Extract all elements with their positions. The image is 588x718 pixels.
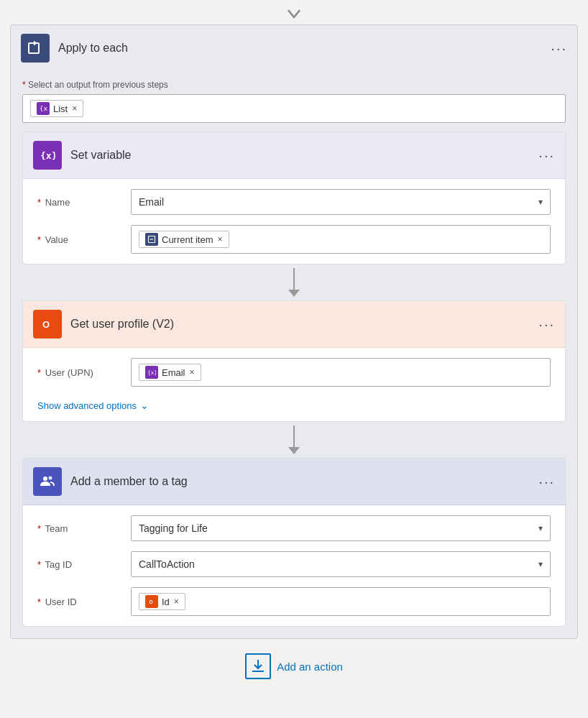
add-action-section: Add an action (245, 653, 343, 679)
arrow-2 (22, 422, 566, 458)
team-dropdown-arrow: ▾ (538, 523, 543, 533)
tag-id-label: * Tag ID (37, 559, 131, 570)
email-chip-close[interactable]: × (190, 367, 195, 377)
flow-container: Apply to each ··· * Select an output fro… (10, 7, 578, 679)
set-variable-card: {x} Set variable ··· * Name Email ▾ (22, 132, 566, 264)
tag-id-row: * Tag ID CallToAction ▾ (37, 551, 551, 577)
user-upn-input[interactable]: {x} Email × (131, 358, 551, 387)
top-chevron-icon (285, 7, 303, 20)
svg-text:O: O (150, 599, 153, 604)
svg-text:{x}: {x} (40, 150, 55, 161)
name-row: * Name Email ▾ (37, 189, 551, 215)
id-chip-icon: O (145, 595, 158, 608)
add-member-title: Add a member to a tag (70, 475, 538, 488)
get-user-profile-header: O Get user profile (V2) ··· (23, 301, 565, 348)
apply-to-each-icon (21, 34, 50, 63)
select-output-label: * Select an output from previous steps (22, 80, 566, 90)
name-input[interactable]: Email ▾ (131, 189, 551, 215)
add-action-icon (245, 653, 271, 679)
arrow-1 (22, 264, 566, 300)
team-input[interactable]: Tagging for Life ▾ (131, 515, 551, 541)
team-row: * Team Tagging for Life ▾ (37, 515, 551, 541)
value-input[interactable]: Current item × (131, 225, 551, 254)
set-variable-menu[interactable]: ··· (538, 147, 555, 164)
apply-to-each-menu[interactable]: ··· (551, 40, 567, 57)
add-action-label: Add an action (277, 661, 343, 673)
user-upn-label: * User (UPN) (37, 367, 131, 378)
set-variable-title: Set variable (70, 149, 538, 162)
add-member-card: Add a member to a tag ··· * Team Tagging… (22, 458, 566, 627)
teams-icon (33, 467, 62, 496)
svg-point-9 (49, 477, 52, 480)
current-item-chip-close[interactable]: × (218, 234, 223, 244)
apply-to-each-body: * Select an output from previous steps {… (11, 71, 577, 132)
list-chip: {x} List × (30, 100, 83, 117)
name-dropdown-arrow: ▾ (538, 197, 543, 207)
svg-text:{x}: {x} (147, 369, 156, 376)
tag-id-dropdown-arrow: ▾ (538, 559, 543, 569)
set-variable-icon: {x} (33, 141, 62, 170)
svg-text:{x}: {x} (40, 104, 47, 112)
apply-to-each-header: Apply to each ··· (11, 25, 577, 71)
get-user-profile-title: Get user profile (V2) (70, 318, 538, 331)
chevron-down-icon: ⌄ (140, 400, 149, 411)
current-item-chip: Current item × (139, 231, 229, 248)
user-id-input[interactable]: O Id × (131, 587, 551, 616)
user-id-label: * User ID (37, 597, 131, 607)
add-member-body: * Team Tagging for Life ▾ * Tag ID (23, 505, 565, 626)
current-item-chip-icon (145, 233, 158, 246)
value-row: * Value Current item (37, 225, 551, 254)
svg-text:O: O (42, 319, 50, 330)
value-label: * Value (37, 234, 131, 245)
add-member-menu[interactable]: ··· (538, 474, 555, 490)
list-chip-close[interactable]: × (72, 103, 77, 114)
get-user-profile-menu[interactable]: ··· (538, 316, 555, 333)
add-action-button[interactable]: Add an action (245, 653, 343, 679)
user-upn-row: * User (UPN) {x} Email × (37, 358, 551, 387)
office-icon: O (33, 310, 62, 339)
show-advanced-options[interactable]: Show advanced options ⌄ (37, 397, 551, 411)
set-variable-body: * Name Email ▾ * Value (23, 179, 565, 264)
user-id-row: * User ID O Id (37, 587, 551, 616)
email-chip-icon: {x} (145, 366, 158, 379)
select-output-input[interactable]: {x} List × (22, 94, 566, 123)
name-label: * Name (37, 197, 131, 208)
tag-id-input[interactable]: CallToAction ▾ (131, 551, 551, 577)
list-chip-icon: {x} (37, 102, 50, 115)
add-member-header: Add a member to a tag ··· (23, 459, 565, 505)
get-user-profile-card: O Get user profile (V2) ··· * User (UPN) (22, 300, 566, 422)
get-user-profile-body: * User (UPN) {x} Email × (23, 348, 565, 421)
team-label: * Team (37, 523, 131, 534)
email-chip: {x} Email × (139, 364, 201, 381)
id-chip: O Id × (139, 593, 185, 610)
apply-to-each-title: Apply to each (58, 42, 551, 55)
apply-to-each-card: Apply to each ··· * Select an output fro… (10, 24, 578, 639)
set-variable-wrapper: {x} Set variable ··· * Name Email ▾ (22, 132, 566, 627)
id-chip-close[interactable]: × (174, 597, 179, 607)
svg-point-8 (43, 477, 47, 481)
set-variable-header: {x} Set variable ··· (23, 132, 565, 179)
